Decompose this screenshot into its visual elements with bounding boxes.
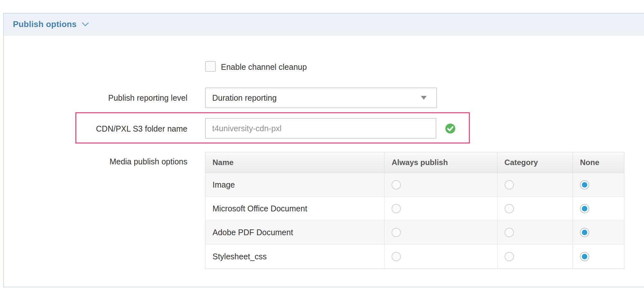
radio-cell-category [497,197,573,220]
radio-always-publish[interactable] [392,180,401,190]
radio-cell-always-publish [384,245,497,268]
radio-always-publish[interactable] [392,252,401,261]
radio-none[interactable] [580,180,589,190]
radio-cell-none [573,173,624,197]
column-header-category: Category [497,152,573,173]
radio-cell-category [497,245,573,268]
radio-category[interactable] [505,252,514,261]
radio-always-publish[interactable] [392,204,401,213]
panel-header[interactable]: Publish options [4,14,644,35]
radio-always-publish[interactable] [392,228,401,237]
cdn-folder-input[interactable] [205,118,436,139]
enable-channel-cleanup-checkbox[interactable] [205,61,216,72]
radio-category[interactable] [505,228,514,237]
table-row: Stylesheet_css [205,245,624,268]
media-type-name: Stylesheet_css [205,245,384,268]
column-header-always-publish: Always publish [384,152,497,173]
column-header-name: Name [205,152,384,173]
radio-none[interactable] [580,252,589,261]
table-row: Image [205,173,624,197]
media-type-name: Image [205,173,384,197]
caret-down-icon [421,96,427,100]
media-type-name: Microsoft Office Document [205,197,384,220]
radio-dot [582,254,587,259]
radio-cell-category [497,221,573,244]
radio-cell-always-publish [384,221,497,244]
radio-dot [582,206,587,211]
radio-cell-none [573,197,624,220]
table-row: Adobe PDF Document [205,221,624,245]
table-row: Microsoft Office Document [205,197,624,221]
media-publish-options-table: Name Always publish Category None ImageM… [205,152,624,269]
media-publish-options-label: Media publish options [52,157,187,166]
cdn-folder-label: CDN/PXL S3 folder name [52,124,187,134]
radio-cell-category [497,173,573,197]
radio-category[interactable] [505,204,514,213]
publish-reporting-level-label: Publish reporting level [52,93,187,103]
radio-dot [582,182,587,188]
radio-cell-always-publish [384,173,497,197]
table-header-row: Name Always publish Category None [205,152,624,173]
media-type-name: Adobe PDF Document [205,221,384,244]
media-table-body: ImageMicrosoft Office DocumentAdobe PDF … [205,173,624,268]
enable-channel-cleanup-label: Enable channel cleanup [221,62,307,72]
radio-dot [582,230,587,235]
radio-cell-always-publish [384,197,497,220]
panel-title: Publish options [13,19,77,29]
radio-cell-none [573,221,624,244]
radio-none[interactable] [580,228,589,237]
chevron-down-icon [82,22,89,27]
radio-category[interactable] [505,180,514,190]
radio-none[interactable] [580,204,589,213]
radio-cell-none [573,245,624,268]
check-circle-icon [445,124,455,134]
publish-reporting-level-select[interactable]: Duration reporting [205,88,437,108]
publish-options-panel: Publish options Enable channel cleanup P… [3,13,644,287]
column-header-none: None [573,152,624,173]
select-value: Duration reporting [212,93,421,103]
